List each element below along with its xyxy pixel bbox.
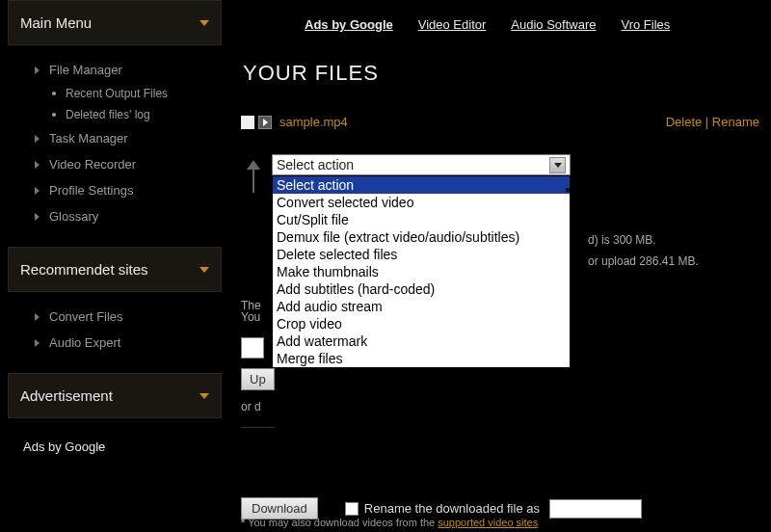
- chevron-down-icon: [199, 393, 209, 399]
- sidebar-item-label: Convert Files: [49, 309, 123, 324]
- dropdown-option[interactable]: Select action: [273, 176, 570, 194]
- sidebar-subitem-deleted-log[interactable]: Deleted files' log: [8, 104, 222, 125]
- sidebar-item-profile-settings[interactable]: Profile Settings: [8, 177, 222, 203]
- rename-link[interactable]: Rename: [712, 115, 759, 129]
- checkbox-icon[interactable]: [241, 116, 254, 129]
- triangle-right-icon: [35, 339, 40, 347]
- rename-label: Rename the downloaded file as: [364, 501, 540, 516]
- sidebar-item-label: Glossary: [49, 209, 98, 224]
- sidebar-item-audio-expert[interactable]: Audio Expert: [8, 330, 222, 356]
- limit-left-2: You: [241, 310, 275, 324]
- sidebar-subitem-recent-output[interactable]: Recent Output Files: [8, 83, 222, 104]
- triangle-right-icon: [35, 187, 40, 195]
- sidebar-item-label: Profile Settings: [49, 183, 133, 198]
- dropdown-option[interactable]: Add audio stream: [273, 298, 570, 315]
- delete-link[interactable]: Delete: [666, 115, 703, 129]
- sidebar-item-convert-files[interactable]: Convert Files: [8, 304, 222, 330]
- panel-recommended-sites[interactable]: Recommendet sites: [8, 247, 222, 292]
- bullet-icon: [52, 113, 56, 117]
- topbar-link-ads[interactable]: Ads by Google: [305, 17, 393, 32]
- dropdown-option[interactable]: Add subtitles (hard-coded): [273, 280, 570, 298]
- sidebar-item-task-manager[interactable]: Task Manager: [8, 125, 222, 151]
- rename-input[interactable]: [549, 499, 642, 519]
- arrow-up-icon: [241, 154, 268, 197]
- chevron-down-icon: [199, 267, 209, 273]
- file-name[interactable]: sample.mp4: [279, 115, 348, 129]
- limit-text-1: d) is 300 MB.: [588, 233, 699, 247]
- select-value: Select action: [277, 157, 354, 173]
- sidebar-item-glossary[interactable]: Glossary: [8, 203, 222, 229]
- dropdown-option[interactable]: Demux file (extract video/audio/subtitle…: [273, 228, 570, 246]
- dropdown-option[interactable]: Convert selected video: [273, 194, 570, 211]
- dropdown-option[interactable]: Delete selected files: [273, 246, 570, 263]
- rename-checkbox-row: Rename the downloaded file as: [345, 499, 642, 519]
- file-actions: Delete | Rename: [666, 115, 759, 129]
- panel-main-menu[interactable]: Main Menu: [8, 0, 222, 45]
- divider: [241, 427, 275, 428]
- sidebar-item-label: Recent Output Files: [66, 87, 168, 100]
- dropdown-option[interactable]: Add watermark: [273, 332, 570, 350]
- triangle-right-icon: [35, 66, 40, 74]
- sidebar-item-label: Deleted files' log: [66, 108, 150, 121]
- sidebar-item-label: Audio Expert: [49, 335, 120, 350]
- panel-advertisement[interactable]: Advertisement: [8, 373, 222, 418]
- file-row: sample.mp4 Delete | Rename: [241, 115, 759, 129]
- or-download-text: or d: [241, 400, 275, 413]
- dropdown-option[interactable]: Cut/Split file: [273, 211, 570, 228]
- topbar: Ads by Google Video Editor Audio Softwar…: [241, 0, 759, 41]
- play-icon[interactable]: [258, 116, 272, 129]
- rename-checkbox[interactable]: [345, 502, 359, 516]
- panel-title: Main Menu: [20, 14, 92, 31]
- cursor-icon: ↖: [564, 183, 576, 200]
- upload-button[interactable]: Up: [241, 368, 275, 390]
- sidebar-item-file-manager[interactable]: File Manager: [8, 57, 222, 83]
- triangle-right-icon: [35, 213, 40, 221]
- limit-text-2: or upload 286.41 MB.: [588, 254, 699, 268]
- topbar-link-audio-software[interactable]: Audio Software: [511, 17, 596, 32]
- sidebar-item-label: File Manager: [49, 63, 122, 77]
- chevron-down-icon: [199, 20, 209, 26]
- triangle-right-icon: [35, 161, 40, 169]
- sidebar-item-video-recorder[interactable]: Video Recorder: [8, 151, 222, 177]
- triangle-right-icon: [35, 135, 40, 143]
- dropdown-option[interactable]: Crop video: [273, 315, 570, 332]
- topbar-link-video-editor[interactable]: Video Editor: [418, 17, 487, 32]
- sidebar-item-label: Video Recorder: [49, 157, 136, 172]
- page-title: YOUR FILES: [241, 41, 759, 115]
- topbar-link-vro-files[interactable]: Vro Files: [622, 17, 671, 32]
- supported-sites-link[interactable]: supported video sites: [438, 517, 538, 528]
- panel-title: Advertisement: [20, 387, 113, 404]
- action-dropdown: Select action Convert selected video Cut…: [272, 175, 571, 368]
- dropdown-option[interactable]: Merge files: [273, 350, 570, 367]
- dropdown-option[interactable]: Make thumbnails: [273, 263, 570, 280]
- file-input[interactable]: [241, 337, 264, 359]
- panel-title: Recommendet sites: [20, 261, 148, 278]
- chevron-down-icon: [554, 163, 562, 168]
- bullet-icon: [52, 92, 56, 95]
- ads-by-google-side[interactable]: Ads by Google: [8, 430, 222, 454]
- select-dropdown-button[interactable]: [549, 157, 566, 173]
- sidebar-item-label: Task Manager: [49, 131, 128, 146]
- action-select[interactable]: Select action: [272, 154, 571, 175]
- footnote: * You may also download videos from the …: [241, 517, 538, 528]
- triangle-right-icon: [35, 313, 40, 321]
